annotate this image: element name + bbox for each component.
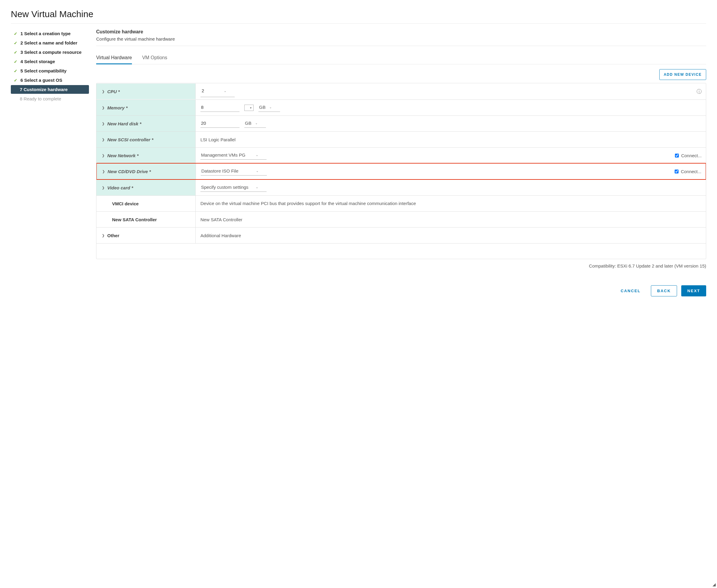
chevron-right-icon: ❯	[102, 170, 105, 173]
chevron-right-icon: ❯	[102, 89, 105, 93]
row-cpu: ❯CPU * 2⌄ ⓘ	[96, 83, 706, 100]
caret-down-icon: ▾	[250, 106, 252, 109]
row-hard-disk: ❯New Hard disk * GB⌄	[96, 115, 706, 131]
chevron-down-icon: ⌄	[269, 106, 271, 109]
chevron-down-icon: ⌄	[256, 186, 258, 189]
table-footer	[96, 243, 706, 259]
row-memory-header[interactable]: ❯Memory *	[96, 100, 196, 115]
wizard-actions: CANCEL BACK NEXT	[96, 284, 706, 296]
cd-dvd-select[interactable]: Datastore ISO File⌄	[201, 167, 267, 175]
chevron-right-icon: ❯	[102, 106, 105, 110]
row-hard-disk-header[interactable]: ❯New Hard disk *	[96, 116, 196, 131]
memory-stepper[interactable]: ▾	[244, 105, 254, 111]
chevron-right-icon: ❯	[102, 122, 105, 126]
add-new-device-button[interactable]: ADD NEW DEVICE	[659, 69, 706, 80]
tab-virtual-hardware[interactable]: Virtual Hardware	[96, 52, 132, 64]
row-sata: New SATA Controller New SATA Controller	[96, 211, 706, 227]
section-desc: Configure the virtual machine hardware	[96, 36, 706, 46]
row-vmci-header: VMCI device	[96, 196, 196, 211]
page-title: New Virtual Machine	[11, 9, 706, 24]
cpu-select[interactable]: 2⌄	[200, 86, 235, 97]
wizard-step-5[interactable]: ✓5 Select compatibility	[11, 66, 89, 75]
chevron-right-icon: ❯	[102, 234, 105, 237]
check-icon: ✓	[14, 31, 18, 36]
chevron-down-icon: ⌄	[256, 153, 258, 156]
check-icon: ✓	[14, 50, 18, 55]
tab-vm-options[interactable]: VM Options	[142, 52, 167, 64]
memory-input[interactable]	[200, 103, 239, 112]
disk-size-input[interactable]	[200, 119, 239, 128]
wizard-step-2[interactable]: ✓2 Select a name and folder	[11, 39, 89, 47]
row-cpu-header[interactable]: ❯CPU *	[96, 84, 196, 99]
scsi-value: LSI Logic Parallel	[200, 137, 236, 142]
row-network: ❯New Network * Management VMs PG⌄ Connec…	[96, 147, 706, 163]
chevron-down-icon: ⌄	[255, 122, 258, 125]
memory-unit-select[interactable]: GB⌄	[258, 103, 280, 112]
check-icon: ✓	[14, 59, 18, 64]
config-tabs: Virtual Hardware VM Options	[96, 52, 706, 64]
row-video: ❯Video card * Specify custom settings⌄	[96, 180, 706, 195]
network-connect-checkbox[interactable]	[675, 154, 679, 158]
check-icon: ✓	[14, 78, 18, 83]
wizard-steps: ✓1 Select a creation type ✓2 Select a na…	[11, 29, 89, 296]
wizard-step-8: 8 Ready to complete	[11, 94, 89, 103]
check-icon: ✓	[14, 41, 18, 45]
chevron-right-icon: ❯	[102, 138, 105, 142]
row-other-header[interactable]: ❯Other	[96, 228, 196, 243]
chevron-down-icon: ⌄	[224, 89, 226, 92]
row-cd-dvd: ❯New CD/DVD Drive * Datastore ISO File⌄ …	[96, 163, 706, 180]
row-vmci: VMCI device Device on the virtual machin…	[96, 195, 706, 211]
row-scsi-header[interactable]: ❯New SCSI controller *	[96, 132, 196, 147]
check-icon: ✓	[14, 68, 18, 74]
info-icon[interactable]: ⓘ	[697, 88, 702, 95]
wizard-step-7[interactable]: 7 Customize hardware	[11, 85, 89, 94]
wizard-step-1[interactable]: ✓1 Select a creation type	[11, 29, 89, 38]
compatibility-text: Compatibility: ESXi 6.7 Update 2 and lat…	[96, 263, 706, 269]
row-other: ❯Other Additional Hardware	[96, 227, 706, 243]
chevron-down-icon: ⌄	[256, 169, 258, 172]
row-sata-header: New SATA Controller	[96, 212, 196, 227]
row-memory: ❯Memory * ▾ GB⌄	[96, 100, 706, 115]
other-value: Additional Hardware	[200, 233, 241, 238]
back-button[interactable]: BACK	[651, 285, 677, 296]
section-title: Customize hardware	[96, 29, 706, 35]
sata-value: New SATA Controller	[200, 217, 242, 222]
cancel-button[interactable]: CANCEL	[615, 285, 647, 296]
vmci-value: Device on the virtual machine PCI bus th…	[200, 200, 416, 207]
cd-connect-label: Connect...	[681, 169, 701, 174]
next-button[interactable]: NEXT	[681, 285, 706, 296]
cd-connect-checkbox[interactable]	[675, 170, 678, 173]
network-select[interactable]: Management VMs PG⌄	[200, 151, 266, 160]
row-scsi: ❯New SCSI controller * LSI Logic Paralle…	[96, 131, 706, 147]
row-video-header[interactable]: ❯Video card *	[96, 180, 196, 195]
disk-unit-select[interactable]: GB⌄	[244, 119, 266, 128]
network-connect-label: Connect...	[681, 153, 702, 158]
wizard-step-4[interactable]: ✓4 Select storage	[11, 57, 89, 66]
wizard-step-3[interactable]: ✓3 Select a compute resource	[11, 48, 89, 57]
video-select[interactable]: Specify custom settings⌄	[200, 183, 266, 192]
chevron-right-icon: ❯	[102, 186, 105, 190]
row-network-header[interactable]: ❯New Network *	[96, 148, 196, 163]
row-cd-dvd-header[interactable]: ❯New CD/DVD Drive *	[97, 164, 196, 179]
hardware-table: ❯CPU * 2⌄ ⓘ ❯Memory * ▾ GB⌄ ❯New Hard di…	[96, 83, 706, 259]
chevron-right-icon: ❯	[102, 154, 105, 158]
wizard-step-6[interactable]: ✓6 Select a guest OS	[11, 76, 89, 84]
